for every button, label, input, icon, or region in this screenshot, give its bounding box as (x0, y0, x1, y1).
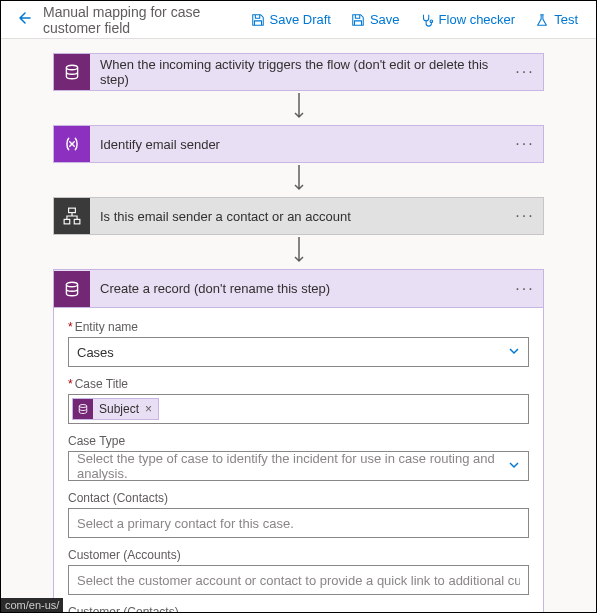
variable-icon (54, 126, 90, 162)
step-identify[interactable]: Identify email sender ··· (53, 125, 544, 163)
save-button[interactable]: Save (343, 8, 408, 31)
database-icon (54, 54, 90, 90)
flow-arrow (53, 235, 544, 269)
flow-checker-button[interactable]: Flow checker (412, 8, 524, 31)
contact-input[interactable] (68, 508, 529, 538)
case-type-select[interactable]: Select the type of case to identify the … (68, 451, 529, 481)
step-create-record: Create a record (don't rename this step)… (53, 269, 544, 613)
customer-accounts-label: Customer (Accounts) (68, 548, 529, 562)
save-draft-button[interactable]: Save Draft (243, 8, 339, 31)
database-icon (54, 271, 90, 307)
save-icon (351, 13, 365, 27)
flow-arrow (53, 163, 544, 197)
chevron-down-icon (508, 459, 520, 474)
step-condition-menu[interactable]: ··· (507, 207, 543, 225)
step-create-menu[interactable]: ··· (507, 280, 543, 298)
condition-icon (54, 198, 90, 234)
entity-name-select[interactable]: Cases (68, 337, 529, 367)
step-condition-title: Is this email sender a contact or an acc… (90, 209, 507, 224)
svg-rect-2 (64, 219, 70, 224)
step-create-header[interactable]: Create a record (don't rename this step)… (54, 270, 543, 308)
svg-point-4 (66, 282, 77, 287)
customer-accounts-input[interactable] (68, 565, 529, 595)
case-title-input[interactable]: Subject × (68, 394, 529, 424)
svg-rect-3 (74, 219, 80, 224)
contact-label: Contact (Contacts) (68, 491, 529, 505)
flow-arrow (53, 91, 544, 125)
svg-point-5 (79, 405, 87, 408)
step-identify-menu[interactable]: ··· (507, 135, 543, 153)
case-type-label: Case Type (68, 434, 529, 448)
subject-token[interactable]: Subject × (72, 398, 159, 420)
svg-point-0 (66, 65, 77, 70)
chevron-down-icon (508, 345, 520, 360)
remove-token-icon[interactable]: × (145, 402, 152, 416)
flow-canvas: When the incoming activity triggers the … (1, 39, 596, 613)
database-icon (73, 399, 93, 419)
flask-icon (535, 13, 549, 27)
header-bar: Manual mapping for case customer field S… (1, 1, 596, 39)
step-trigger-title: When the incoming activity triggers the … (90, 57, 507, 87)
save-draft-icon (251, 13, 265, 27)
customer-contacts-label: Customer (Contacts) (68, 605, 529, 613)
entity-name-label: *Entity name (68, 320, 529, 334)
record-form: *Entity name Cases *Case Title Subject × (54, 308, 543, 613)
step-create-title: Create a record (don't rename this step) (90, 281, 507, 296)
test-button[interactable]: Test (527, 8, 586, 31)
page-title: Manual mapping for case customer field (43, 4, 243, 36)
step-condition[interactable]: Is this email sender a contact or an acc… (53, 197, 544, 235)
stethoscope-icon (420, 13, 434, 27)
step-trigger[interactable]: When the incoming activity triggers the … (53, 53, 544, 91)
header-actions: Save Draft Save Flow checker Test (243, 8, 586, 31)
case-title-label: *Case Title (68, 377, 529, 391)
browser-status-tooltip: com/en-us/ (1, 598, 63, 612)
step-trigger-menu[interactable]: ··· (507, 63, 543, 81)
back-button[interactable] (11, 6, 35, 33)
svg-rect-1 (69, 208, 76, 213)
step-identify-title: Identify email sender (90, 137, 507, 152)
